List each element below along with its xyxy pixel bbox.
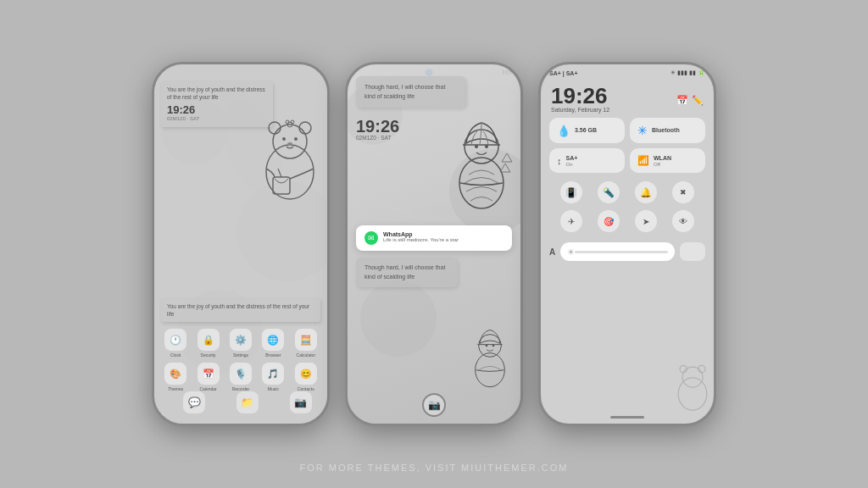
svg-point-19 <box>459 158 504 208</box>
phone-2: 🔵 ▮▮▮ Though hard, I will choose that ki… <box>345 62 523 426</box>
sticky-note-2: You are the joy of youth and the distres… <box>161 298 320 322</box>
bear-character <box>256 111 324 204</box>
battery-icon: 🔋 <box>698 69 705 76</box>
svg-point-29 <box>486 345 488 347</box>
brightness-slider[interactable]: ☀ <box>560 242 675 261</box>
quick-toggle-row-2: ✈ 🎯 ➤ 👁 <box>541 208 714 234</box>
dock-files[interactable]: 📁 <box>236 391 259 413</box>
phone2-sticky2: Though hard, I will choose that kind of … <box>356 258 458 287</box>
vibrate-toggle[interactable]: 📳 <box>560 181 582 203</box>
location-toggle[interactable]: ➤ <box>635 210 657 232</box>
svg-point-22 <box>475 145 478 148</box>
eye-comfort-toggle[interactable]: 👁 <box>672 210 694 232</box>
app-browser[interactable]: 🌐 Browser <box>259 329 287 358</box>
dock-messages[interactable]: 💬 <box>183 391 205 413</box>
svg-point-30 <box>492 345 495 347</box>
app-settings[interactable]: ⚙️ Settings <box>226 329 255 358</box>
dock: 💬 📁 📷 <box>168 391 327 413</box>
bluetooth-status-icon: ✳ <box>670 69 676 76</box>
edit-icon[interactable]: ✏️ <box>692 95 704 106</box>
airplane-toggle[interactable]: ✈ <box>560 210 582 232</box>
control-grid-1: 💧 3.56 GB ✳ Bluetooth <box>541 118 714 143</box>
brightness-sun-icon: ☀ <box>567 247 575 257</box>
dock-camera[interactable]: 📷 <box>290 391 312 413</box>
svg-point-8 <box>282 137 286 141</box>
svg-point-5 <box>273 125 307 158</box>
svg-point-23 <box>485 145 488 148</box>
data-tile[interactable]: 💧 3.56 GB <box>549 118 625 143</box>
home-indicator <box>610 416 644 419</box>
svg-point-31 <box>678 378 707 410</box>
phone-1: 😊 ▮▮▮ ··· You are the joy of youth and t… <box>152 62 330 426</box>
data-icon: 💧 <box>557 125 570 137</box>
wifi-off-icon: 📶 <box>637 155 649 166</box>
sa-plus-tile[interactable]: ↕ SA+ On <box>549 148 625 173</box>
quick-toggle-row-1: 📳 🔦 🔔 ✖ <box>541 176 714 208</box>
app-contacts[interactable]: 😊 Contacts <box>292 363 320 391</box>
phone-3: SA+ | SA+ ✳ ▮▮▮ ▮▮ 🔋 19:26 Saturday, Feb… <box>538 62 716 426</box>
status-bar-3: SA+ | SA+ ✳ ▮▮▮ ▮▮ 🔋 <box>541 64 714 81</box>
auto-brightness-toggle[interactable] <box>680 242 705 261</box>
screen-record-toggle[interactable]: ✖ <box>672 181 694 203</box>
bluetooth-icon: ✳ <box>637 124 648 137</box>
app-recorder[interactable]: 🎙️ Recorder <box>226 363 255 391</box>
bear-decoration <box>671 361 714 415</box>
app-grid-1: 🕐 Clock 🔒 Security ⚙️ Settings 🌐 Browser… <box>161 329 320 358</box>
wlan-tile[interactable]: 📶 WLAN Off <box>630 148 705 173</box>
calendar-icon[interactable]: 📅 <box>676 95 688 106</box>
focus-toggle[interactable]: 🎯 <box>598 210 620 232</box>
app-music[interactable]: 🎵 Music <box>259 363 287 391</box>
svg-point-25 <box>488 148 493 153</box>
whatsapp-icon: ✉ <box>364 231 378 245</box>
svg-point-20 <box>465 130 498 164</box>
svg-point-9 <box>294 137 298 141</box>
signal-icon: ▮▮▮ <box>677 69 687 76</box>
flashlight-toggle[interactable]: 🔦 <box>598 181 620 203</box>
app-calendar[interactable]: 📅 Calendar <box>193 363 222 391</box>
bluetooth-tile[interactable]: ✳ Bluetooth <box>630 118 705 143</box>
whatsapp-notification[interactable]: ✉ WhatsApp Life is still mediocre. You'r… <box>356 225 512 251</box>
app-security[interactable]: 🔒 Security <box>193 329 222 358</box>
watermark: FOR MORE THEMES, VISIT MIUITHEMER.COM <box>300 463 569 473</box>
camera-button[interactable]: 📷 <box>422 393 446 417</box>
svg-point-24 <box>470 148 475 153</box>
bell-toggle[interactable]: 🔔 <box>635 181 657 203</box>
app-grid-2: 🎨 Themes 📅 Calendar 🎙️ Recorder 🎵 Music … <box>161 363 320 391</box>
wifi-icon: ▮▮ <box>689 69 696 76</box>
brightness-row: A ☀ <box>541 237 714 266</box>
app-clock[interactable]: 🕐 Clock <box>161 329 190 358</box>
svg-point-10 <box>287 142 292 146</box>
app-calculator[interactable]: 🧮 Calculator <box>292 329 320 358</box>
signal-bars-icon: ↕ <box>557 156 562 166</box>
watermelon-character-2 <box>465 322 515 393</box>
time-area: 19:26 Saturday, February 12 📅 ✏️ <box>541 81 714 118</box>
svg-point-26 <box>476 353 505 387</box>
control-grid-2: ↕ SA+ On 📶 WLAN Off <box>541 148 714 173</box>
watermelon-character-1 <box>448 111 515 216</box>
app-themes[interactable]: 🎨 Themes <box>161 363 190 391</box>
svg-line-15 <box>278 169 281 177</box>
svg-point-27 <box>479 335 502 358</box>
phone2-sticky1: Though hard, I will choose that kind of … <box>356 76 466 108</box>
